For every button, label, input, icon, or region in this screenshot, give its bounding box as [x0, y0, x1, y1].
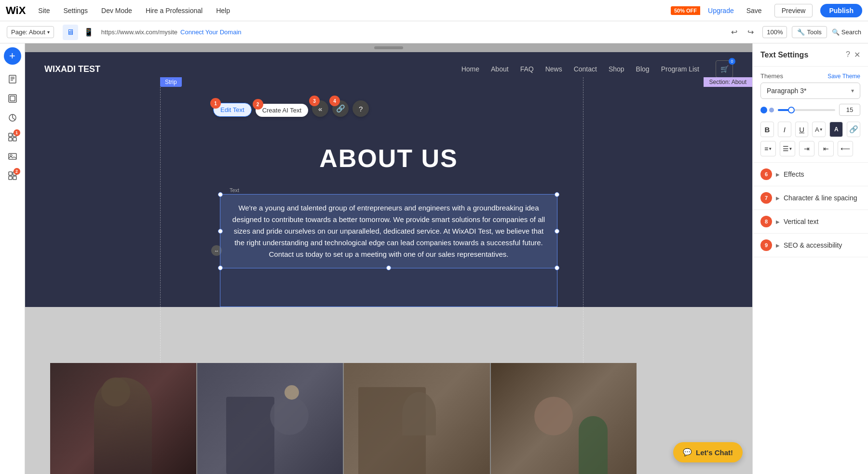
- chat-label: Let's Chat!: [696, 448, 733, 457]
- chat-bubble-icon: 💬: [683, 448, 692, 457]
- search-label: Search: [841, 28, 861, 36]
- menu-site[interactable]: Site: [35, 5, 53, 16]
- step-2-badge: 2: [253, 99, 263, 110]
- color-dot-1: [760, 107, 767, 113]
- about-paragraph: We're a young and talented group of entr…: [232, 204, 545, 258]
- nav-news[interactable]: News: [545, 65, 562, 73]
- resize-handle-tl[interactable]: [218, 192, 223, 197]
- mobile-icon[interactable]: 📱: [81, 25, 96, 40]
- nav-about[interactable]: About: [491, 65, 509, 73]
- slider-thumb[interactable]: [788, 107, 795, 113]
- font-size-row: [760, 104, 860, 116]
- align-row: ≡ ▼ ☰ ▼ ⇥ ⇤ ⟵: [760, 141, 860, 156]
- search-button[interactable]: 🔍 Search: [832, 28, 861, 36]
- rtl-button[interactable]: ⟵: [838, 141, 853, 156]
- svg-rect-16: [13, 176, 16, 180]
- step-8-badge: 8: [760, 216, 772, 227]
- photo-panel-3: [343, 363, 490, 474]
- vertical-text-section[interactable]: 8 ▶ Vertical text: [753, 210, 868, 234]
- panel-header: Text Settings ? ✕: [753, 43, 868, 67]
- sidebar-icon-media[interactable]: [4, 148, 21, 165]
- cart-icon[interactable]: 🛒 0: [716, 60, 733, 78]
- chat-button[interactable]: 💬 Let's Chat!: [673, 442, 743, 462]
- sidebar-icon-background[interactable]: [4, 90, 21, 107]
- close-icon[interactable]: ✕: [854, 50, 860, 59]
- desktop-icon[interactable]: 🖥: [63, 25, 78, 40]
- panel-title: Text Settings: [760, 51, 808, 59]
- text-content-box[interactable]: ↔ We're a young and talented group of en…: [220, 194, 557, 307]
- upgrade-button[interactable]: Upgrade: [708, 7, 734, 14]
- underline-button[interactable]: U: [795, 122, 809, 137]
- themes-row: Themes Save Theme: [760, 72, 860, 80]
- undo-button[interactable]: ↩: [727, 25, 741, 40]
- text-color-button[interactable]: A▼: [812, 122, 826, 137]
- menu-settings[interactable]: Settings: [60, 5, 91, 16]
- wix-logo: WiX: [6, 4, 26, 17]
- seo-section[interactable]: 9 ▶ SEO & accessibility: [753, 234, 868, 257]
- text-highlight-button[interactable]: A: [829, 122, 843, 137]
- add-element-button[interactable]: +: [4, 47, 21, 65]
- nav-contact[interactable]: Contact: [574, 65, 597, 73]
- nav-shop[interactable]: Shop: [609, 65, 624, 73]
- svg-rect-10: [13, 138, 16, 141]
- save-theme-button[interactable]: Save Theme: [827, 73, 860, 80]
- text-content[interactable]: We're a young and talented group of entr…: [220, 194, 557, 268]
- cart-count: 0: [729, 58, 735, 65]
- vertical-text-label: Vertical text: [784, 218, 818, 225]
- save-button[interactable]: Save: [742, 5, 767, 16]
- publish-button[interactable]: Publish: [820, 4, 862, 17]
- nav-blog[interactable]: Blog: [636, 65, 650, 73]
- nav-home[interactable]: Home: [461, 65, 479, 73]
- photo-panel-2: [196, 363, 343, 474]
- resize-handle-mr[interactable]: [555, 229, 559, 234]
- sidebar-icon-apps[interactable]: 1: [4, 128, 21, 146]
- font-size-slider[interactable]: [778, 109, 835, 111]
- tools-button[interactable]: 🔧 Tools: [792, 26, 827, 38]
- help-icon[interactable]: ?: [846, 50, 850, 59]
- redo-button[interactable]: ↪: [743, 25, 758, 40]
- character-spacing-section[interactable]: 7 ▶ Character & line spacing: [753, 186, 868, 210]
- align-left-button[interactable]: ≡ ▼: [760, 141, 776, 156]
- connect-domain-link[interactable]: Connect Your Domain: [180, 28, 241, 36]
- resize-handle-br[interactable]: [555, 265, 559, 270]
- outdent-button[interactable]: ⇤: [818, 141, 834, 156]
- font-size-input[interactable]: [839, 104, 860, 116]
- page-selector[interactable]: Page: About ▾: [7, 26, 54, 38]
- sidebar-icon-design[interactable]: [4, 109, 21, 126]
- panel-header-icons: ? ✕: [846, 50, 860, 59]
- list-button[interactable]: ☰ ▼: [780, 141, 795, 156]
- sidebar-icon-pages[interactable]: [4, 70, 21, 88]
- svg-rect-15: [9, 176, 12, 180]
- chevron-down-icon: ▾: [47, 29, 50, 35]
- create-ai-text-button[interactable]: Create AI Text: [256, 104, 308, 117]
- indent-button[interactable]: ⇥: [799, 141, 814, 156]
- menu-dev-mode[interactable]: Dev Mode: [98, 5, 135, 16]
- menu-help[interactable]: Help: [213, 5, 233, 16]
- help-icon-button[interactable]: ?: [353, 100, 369, 117]
- preview-button[interactable]: Preview: [774, 4, 813, 17]
- link-button[interactable]: 🔗: [847, 122, 860, 137]
- nav-program-list[interactable]: Program List: [661, 65, 699, 73]
- top-menu-bar: WiX Site Settings Dev Mode Hire a Profes…: [0, 0, 868, 21]
- paragraph-style-dropdown[interactable]: Paragraph 3* ▾: [760, 83, 860, 99]
- italic-button[interactable]: I: [778, 122, 791, 137]
- menu-hire-professional[interactable]: Hire a Professional: [143, 5, 205, 16]
- photo-panel-1: [50, 363, 196, 474]
- text-settings-panel: Text Settings ? ✕ Themes Save Theme Para…: [752, 43, 868, 474]
- resize-handle-bl[interactable]: [218, 265, 223, 270]
- nav-faq[interactable]: FAQ: [520, 65, 534, 73]
- resize-handle-bm[interactable]: [386, 265, 391, 270]
- step-9-badge: 9: [760, 239, 772, 251]
- step-3-badge: 3: [309, 96, 320, 106]
- photo-panel-4: [490, 363, 637, 474]
- apps-badge: 1: [14, 129, 20, 136]
- sidebar-icon-more[interactable]: 2: [4, 167, 21, 184]
- resize-handle-tr[interactable]: [555, 192, 559, 197]
- bold-button[interactable]: B: [760, 122, 774, 137]
- effects-section[interactable]: 6 ▶ Effects: [753, 163, 868, 186]
- resize-handle-ml[interactable]: [218, 229, 223, 234]
- zoom-level[interactable]: 100%: [762, 26, 787, 38]
- step-1-badge: 1: [210, 98, 221, 109]
- expand-vertical-arrow: ▶: [776, 219, 780, 224]
- more-badge: 2: [14, 168, 20, 175]
